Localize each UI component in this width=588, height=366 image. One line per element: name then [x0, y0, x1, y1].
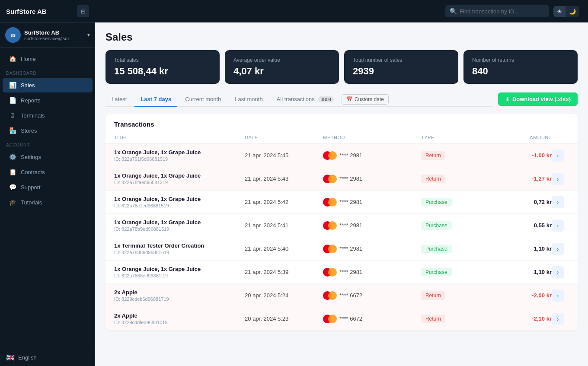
tab-custom-date[interactable]: 📅 Custom date: [342, 94, 389, 105]
language-selector[interactable]: 🇬🇧 English: [0, 349, 95, 366]
row-type-col: Purchase: [421, 245, 486, 253]
tabs-row: Latest Last 7 days Current month Last mo…: [105, 92, 493, 107]
account-info: SurfStore AB surfstoreservice@sur...: [24, 29, 84, 41]
search-input[interactable]: [460, 8, 545, 15]
card-last4: **** 6672: [339, 315, 362, 322]
support-icon: 💬: [9, 184, 16, 191]
card-circle-orange: [328, 315, 337, 323]
card-last4: **** 2981: [339, 152, 362, 159]
row-title: 1x Orange Juice, 1x Grape Juice: [114, 266, 245, 272]
sidebar-item-stores[interactable]: 🏪 Stores: [3, 123, 93, 138]
row-type-col: Return: [421, 291, 486, 300]
row-detail-button[interactable]: ›: [552, 150, 564, 162]
row-type-col: Return: [421, 175, 486, 183]
type-badge: Return: [421, 151, 445, 160]
row-method: **** 6672: [323, 291, 421, 300]
row-id: ID: 822a78c1ed96881519: [114, 203, 245, 208]
type-badge: Purchase: [421, 245, 452, 253]
card-circle-orange: [328, 291, 337, 300]
row-id: ID: 822a78faed96881219: [114, 180, 245, 185]
app-title: SurfStore AB: [6, 8, 47, 15]
row-type-col: Return: [421, 315, 486, 323]
sidebar-toggle-button[interactable]: ⊟: [77, 5, 89, 17]
sidebar-item-support[interactable]: 💬 Support: [3, 180, 93, 194]
card-last4: **** 2981: [339, 269, 362, 275]
type-badge: Purchase: [421, 198, 452, 207]
transactions-title: Transactions: [105, 114, 578, 131]
row-title: 2x Apple: [114, 312, 245, 319]
row-title-col: 1x Orange Juice, 1x Grape Juice ID: 822a…: [114, 149, 245, 162]
sidebar-item-terminals[interactable]: 🖥 Terminals: [3, 108, 93, 123]
card-last4: **** 2981: [339, 245, 362, 252]
table-row: 1x Orange Juice, 1x Grape Juice ID: 822a…: [105, 167, 578, 191]
light-mode-button[interactable]: ☀: [553, 6, 566, 17]
stat-card-avg-order: Average order value 4,07 kr: [225, 50, 339, 84]
sidebar-nav: 🏠 Home DASHBOARD 📊 Sales 📄 Reports 🖥 Ter…: [0, 48, 95, 349]
table-row: 2x Apple ID: 8229cddfed96881019 20 apr. …: [105, 307, 578, 331]
calendar-icon: 📅: [346, 96, 353, 102]
sidebar-item-tutorials[interactable]: 🎓 Tutorials: [3, 195, 93, 210]
sidebar-section-account: ACCOUNT: [0, 138, 95, 149]
row-title-col: 1x Orange Juice, 1x Grape Juice ID: 822a…: [114, 266, 245, 278]
all-transactions-badge: 3808: [318, 96, 333, 102]
row-date: 21 apr. 2024 5:43: [245, 175, 323, 182]
chevron-down-icon[interactable]: ▾: [87, 32, 90, 38]
tab-latest[interactable]: Latest: [105, 92, 133, 107]
card-circle-orange: [328, 198, 337, 207]
row-type-col: Purchase: [421, 221, 486, 230]
row-title: 1x Orange Juice, 1x Grape Juice: [114, 196, 245, 202]
reports-icon: 📄: [9, 97, 16, 104]
table-row: 1x Terminal Tester Order Creation ID: 82…: [105, 237, 578, 261]
type-badge: Return: [421, 315, 445, 323]
sidebar-item-contracts[interactable]: 📋 Contracts: [3, 165, 93, 179]
card-icon: [323, 198, 337, 207]
stats-row: Total sales 15 508,44 kr Average order v…: [105, 50, 578, 84]
row-amount: -2,00 kr: [486, 292, 552, 299]
tab-last7days[interactable]: Last 7 days: [134, 92, 177, 107]
row-detail-button[interactable]: ›: [552, 290, 564, 302]
tab-all-transactions[interactable]: All transactions 3808: [271, 92, 340, 107]
col-action: [552, 135, 569, 140]
row-date: 20 apr. 2024 5:23: [245, 315, 323, 322]
sidebar-item-label-stores: Stores: [21, 127, 37, 134]
page-title: Sales: [105, 31, 578, 43]
row-type-col: Return: [421, 151, 486, 160]
row-type-col: Purchase: [421, 198, 486, 207]
card-icon: [323, 291, 337, 300]
dark-mode-button[interactable]: 🌙: [566, 6, 579, 17]
search-bar[interactable]: 🔍: [445, 5, 549, 17]
sidebar-item-reports[interactable]: 📄 Reports: [3, 93, 93, 108]
row-detail-button[interactable]: ›: [552, 266, 564, 278]
row-detail-button[interactable]: ›: [552, 173, 564, 185]
sidebar-item-label-home: Home: [21, 56, 36, 62]
chart-icon: 📊: [9, 82, 16, 89]
sidebar-item-home[interactable]: 🏠 Home: [3, 51, 93, 66]
card-circle-orange: [328, 268, 337, 277]
row-amount: -2,10 kr: [486, 315, 552, 322]
tab-current-month[interactable]: Current month: [179, 92, 227, 107]
account-email: surfstoreservice@sur...: [24, 36, 84, 41]
card-circle-orange: [328, 245, 337, 253]
account-section[interactable]: ss SurfStore AB surfstoreservice@sur... …: [0, 23, 95, 48]
download-button[interactable]: ⬇ Download view (.xlsx): [498, 92, 578, 106]
row-title-col: 2x Apple ID: 8229cddfed96881019: [114, 312, 245, 325]
download-label: Download view (.xlsx): [512, 96, 571, 102]
col-method: METHOD: [323, 135, 421, 140]
table-row: 2x Apple ID: 8229cdeb6d96881719 20 apr. …: [105, 284, 578, 307]
sidebar-item-settings[interactable]: ⚙️ Settings: [3, 150, 93, 164]
row-detail-button[interactable]: ›: [552, 196, 564, 208]
row-detail-button[interactable]: ›: [552, 243, 564, 255]
row-amount: -1,27 kr: [486, 175, 552, 182]
card-circle-orange: [328, 221, 337, 230]
row-detail-button[interactable]: ›: [552, 220, 564, 232]
sidebar-item-sales[interactable]: 📊 Sales: [3, 78, 93, 92]
row-detail-button[interactable]: ›: [552, 313, 564, 325]
row-id: ID: 8229cdeb6d96881719: [114, 296, 245, 302]
avatar: ss: [5, 27, 21, 43]
stat-card-returns: Number of returns 840: [463, 50, 578, 84]
sidebar-header: SurfStore AB ⊟: [0, 0, 95, 23]
row-amount: 0,55 kr: [486, 222, 552, 229]
tab-last-month[interactable]: Last month: [229, 92, 268, 107]
sidebar-item-label-contracts: Contracts: [21, 169, 45, 175]
sidebar-section-dashboard: DASHBOARD: [0, 67, 95, 77]
